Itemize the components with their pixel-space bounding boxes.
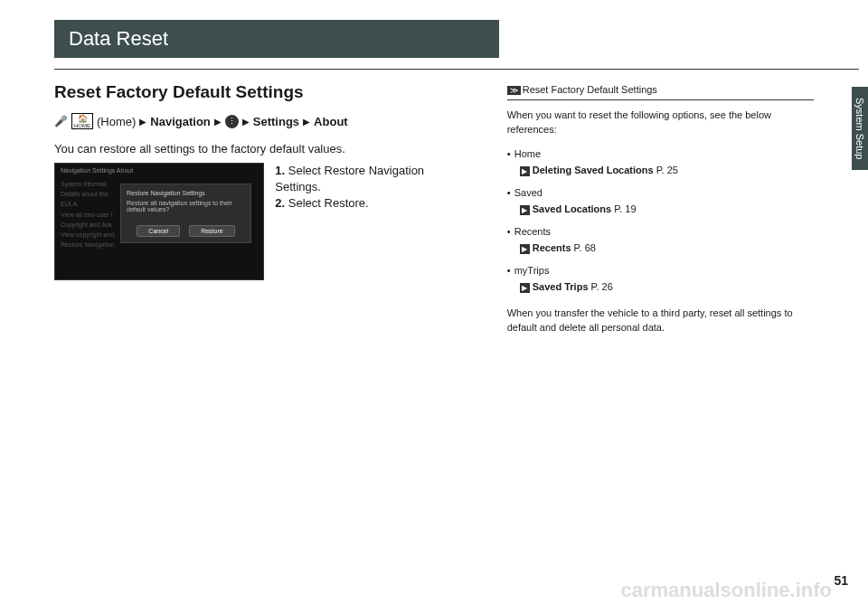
cancel-button[interactable]: Cancel	[137, 225, 180, 237]
step-item: 1. Select Restore Navigation Settings.	[275, 163, 470, 195]
side-header-text: Reset Factory Default Settings	[523, 84, 657, 95]
ref-page: P. 68	[574, 242, 596, 253]
chevron-right-icon: ▶	[303, 117, 310, 127]
more-vertical-icon: ⋮	[225, 115, 239, 128]
bullet-icon: •	[507, 263, 514, 278]
side-intro: When you want to reset the following opt…	[507, 108, 814, 137]
chevron-right-icon: ▶	[139, 117, 146, 127]
step-action: Select	[288, 196, 325, 210]
chevron-right-icon: ▶	[214, 117, 222, 127]
step-number: 2.	[275, 196, 285, 210]
ref-label: myTrips	[514, 265, 550, 276]
dialog-text: Restore all navigation settings to their…	[127, 200, 245, 212]
dialog-title: Restore Navigation Settings	[127, 190, 245, 196]
step-target: Restore	[325, 196, 366, 210]
breadcrumb-navigation: Navigation	[150, 115, 210, 128]
link-icon: ▶	[520, 166, 530, 176]
page-number: 51	[834, 573, 848, 588]
bullet-icon: •	[507, 224, 514, 240]
ref-label: Home	[514, 148, 541, 159]
restore-button[interactable]: Restore	[189, 225, 235, 237]
ref-page: P. 26	[591, 281, 613, 292]
step-item: 2. Select Restore.	[275, 195, 470, 212]
breadcrumb-settings: Settings	[253, 115, 299, 128]
section-title: Reset Factory Default Settings	[54, 82, 471, 102]
chevron-right-icon: ▶	[242, 117, 250, 127]
chapter-banner: Data Reset	[54, 20, 499, 58]
note-icon: ≫	[507, 86, 521, 95]
screenshot-header: Navigation Settings About	[61, 167, 258, 174]
bullet-icon: •	[507, 185, 514, 201]
link-icon: ▶	[520, 283, 530, 293]
breadcrumb-about: About	[314, 115, 348, 128]
step-suffix: .	[317, 180, 321, 193]
side-outro: When you transfer the vehicle to a third…	[507, 306, 814, 335]
ref-label: Recents	[514, 226, 551, 237]
side-header: ≫Reset Factory Default Settings	[507, 82, 814, 100]
breadcrumb-home-label: (Home)	[97, 115, 136, 128]
ref-page: P. 19	[614, 203, 636, 214]
step-number: 1.	[275, 164, 285, 177]
restore-dialog: Restore Navigation Settings Restore all …	[120, 184, 251, 243]
link-icon: ▶	[520, 205, 530, 215]
step-suffix: .	[365, 196, 369, 210]
bullet-icon: •	[507, 146, 514, 162]
screenshot: Navigation Settings About System Informa…	[54, 163, 264, 280]
ref-page: P. 25	[656, 165, 678, 175]
divider	[54, 69, 859, 70]
side-tab: System Setup	[852, 87, 868, 170]
intro-text: You can restore all settings to the fact…	[54, 142, 471, 156]
ref-title: Recents	[533, 242, 571, 253]
ref-title: Saved Locations	[533, 203, 611, 214]
ref-title: Saved Trips	[533, 281, 589, 292]
steps-list: 1. Select Restore Navigation Settings. 2…	[275, 163, 470, 280]
home-icon: HOME	[71, 113, 93, 129]
ref-title: Deleting Saved Locations	[533, 165, 654, 175]
step-action: Select	[288, 164, 325, 177]
voice-icon: 🎤	[54, 115, 68, 127]
ref-label: Saved	[514, 187, 542, 198]
watermark: carmanualsonline.info	[621, 579, 833, 602]
link-icon: ▶	[520, 244, 530, 254]
breadcrumb: 🎤 HOME (Home) ▶ Navigation ▶ ⋮ ▶ Setting…	[54, 113, 471, 129]
